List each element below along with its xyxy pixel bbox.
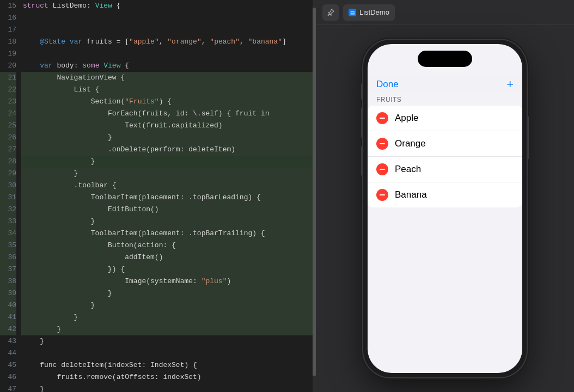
list-item[interactable]: Banana xyxy=(368,182,522,207)
volume-down-button xyxy=(361,146,363,176)
code-line: } xyxy=(21,168,316,180)
navigation-bar: Done + xyxy=(368,74,522,93)
line-number: 21 xyxy=(0,72,16,84)
item-label: Apple xyxy=(395,113,418,124)
code-line: List { xyxy=(21,84,316,96)
line-number: 34 xyxy=(0,228,16,240)
code-line: } xyxy=(21,156,316,168)
item-label: Banana xyxy=(395,189,427,200)
done-button[interactable]: Done xyxy=(376,79,399,90)
delete-button[interactable] xyxy=(376,189,388,201)
line-number: 18 xyxy=(0,36,16,48)
code-line: ToolbarItem(placement: .topBarTrailing) … xyxy=(21,228,316,240)
code-line xyxy=(21,48,316,60)
power-button xyxy=(527,116,529,160)
volume-up-button xyxy=(361,108,363,138)
line-number: 26 xyxy=(0,132,16,144)
line-number: 28 xyxy=(0,156,16,168)
pin-button[interactable] xyxy=(322,4,339,21)
line-numbers: 1516171819202122232425262728293031323334… xyxy=(0,0,21,392)
line-number: 15 xyxy=(0,0,16,12)
line-number: 22 xyxy=(0,84,16,96)
code-line xyxy=(21,24,316,36)
line-number: 23 xyxy=(0,96,16,108)
line-number: 17 xyxy=(0,24,16,36)
code-line: Section("Fruits") { xyxy=(21,96,316,108)
line-number: 46 xyxy=(0,371,16,383)
preview-area: Done + FRUITS AppleOrangePeachBanana xyxy=(316,25,574,392)
item-label: Orange xyxy=(395,138,426,149)
line-number: 19 xyxy=(0,48,16,60)
code-line: Text(fruit.capitalized) xyxy=(21,120,316,132)
code-line: Image(systemName: "plus") xyxy=(21,275,316,287)
line-number: 40 xyxy=(0,299,16,311)
code-line: struct ListDemo: View { xyxy=(21,0,316,12)
preview-panel: ▤ ListDemo Done + FRUITS xyxy=(316,0,574,392)
line-number: 45 xyxy=(0,359,16,371)
fruits-list: AppleOrangePeachBanana xyxy=(368,106,522,207)
list-item[interactable]: Orange xyxy=(368,131,522,157)
code-line: } xyxy=(21,383,316,392)
add-button[interactable]: + xyxy=(506,78,514,90)
tab-app-icon: ▤ xyxy=(349,9,356,16)
line-number: 27 xyxy=(0,144,16,156)
line-number: 43 xyxy=(0,335,16,347)
code-line: } xyxy=(21,299,316,311)
line-number: 31 xyxy=(0,192,16,204)
scrollbar[interactable] xyxy=(313,0,316,392)
line-number: 44 xyxy=(0,347,16,359)
line-number: 41 xyxy=(0,311,16,323)
line-number: 33 xyxy=(0,216,16,228)
line-number: 29 xyxy=(0,168,16,180)
scroll-thumb[interactable] xyxy=(313,8,316,376)
line-number: 37 xyxy=(0,264,16,275)
phone-screen: Done + FRUITS AppleOrangePeachBanana xyxy=(368,44,522,373)
line-number: 47 xyxy=(0,383,16,392)
code-line: NavigationView { xyxy=(21,72,316,84)
line-number: 42 xyxy=(0,323,16,335)
line-number: 35 xyxy=(0,240,16,252)
code-line: fruits.remove(atOffsets: indexSet) xyxy=(21,371,316,383)
code-line: } xyxy=(21,216,316,228)
code-line: } xyxy=(21,311,316,323)
ios-screen: Done + FRUITS AppleOrangePeachBanana xyxy=(368,44,522,373)
line-number: 16 xyxy=(0,12,16,24)
mute-button xyxy=(361,83,363,100)
listdemo-tab[interactable]: ▤ ListDemo xyxy=(343,4,395,21)
code-line: .onDelete(perform: deleteItem) xyxy=(21,144,316,156)
code-line: EditButton() xyxy=(21,204,316,216)
code-line: ToolbarItem(placement: .topBarLeading) { xyxy=(21,192,316,204)
delete-button[interactable] xyxy=(376,138,388,150)
code-line: @State var fruits = ["apple", "orange", … xyxy=(21,36,316,48)
section-header: FRUITS xyxy=(368,93,522,106)
code-line: var body: some View { xyxy=(21,60,316,72)
pin-icon xyxy=(327,9,334,16)
code-line: } xyxy=(21,132,316,144)
phone-mockup: Done + FRUITS AppleOrangePeachBanana xyxy=(363,40,527,377)
code-line xyxy=(21,347,316,359)
line-number: 32 xyxy=(0,204,16,216)
line-number: 20 xyxy=(0,60,16,72)
code-line: } xyxy=(21,287,316,299)
code-line: } xyxy=(21,335,316,347)
delete-button[interactable] xyxy=(376,163,388,175)
delete-button[interactable] xyxy=(376,112,388,124)
item-label: Peach xyxy=(395,164,421,175)
list-item[interactable]: Apple xyxy=(368,106,522,131)
code-line: ForEach(fruits, id: \.self) { fruit in xyxy=(21,108,316,120)
line-number: 38 xyxy=(0,275,16,287)
list-item[interactable]: Peach xyxy=(368,157,522,182)
line-number: 30 xyxy=(0,180,16,192)
code-line: Button(action: { xyxy=(21,240,316,252)
code-line: }) { xyxy=(21,264,316,275)
line-number: 36 xyxy=(0,252,16,264)
code-line xyxy=(21,12,316,24)
code-editor: 1516171819202122232425262728293031323334… xyxy=(0,0,316,392)
code-line: .toolbar { xyxy=(21,180,316,192)
tab-label: ListDemo xyxy=(359,8,389,16)
dynamic-island xyxy=(418,51,472,67)
code-lines: struct ListDemo: View { @State var fruit… xyxy=(21,0,316,392)
code-line: addItem() xyxy=(21,252,316,264)
line-number: 25 xyxy=(0,120,16,132)
code-line: } xyxy=(21,323,316,335)
